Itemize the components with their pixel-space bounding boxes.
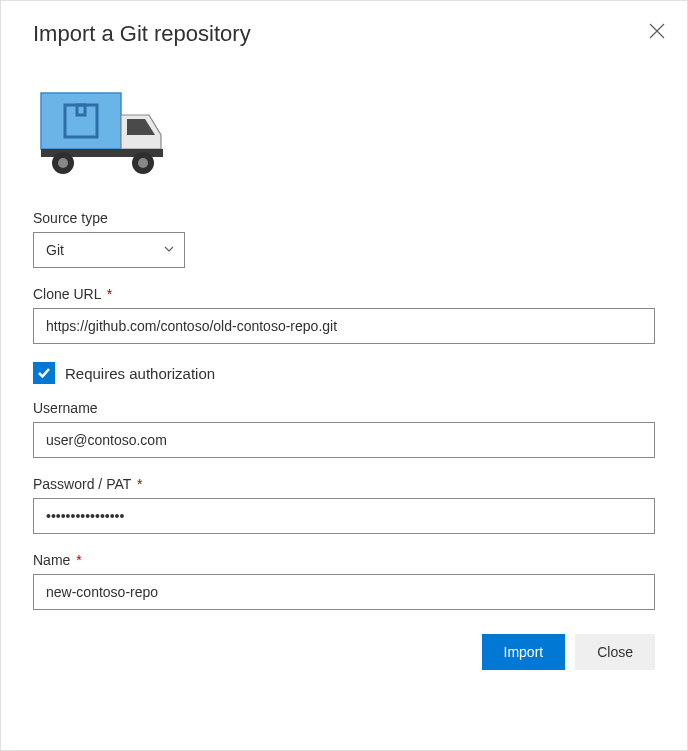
source-type-select[interactable]: Git [33,232,185,268]
close-icon [649,23,665,39]
username-group: Username [33,400,655,458]
truck-illustration [33,87,655,180]
requires-auth-row: Requires authorization [33,362,655,384]
name-group: Name * [33,552,655,610]
dialog-title: Import a Git repository [33,21,251,47]
password-group: Password / PAT * [33,476,655,534]
clone-url-input[interactable] [33,308,655,344]
password-input[interactable] [33,498,655,534]
required-marker: * [107,286,112,302]
username-input[interactable] [33,422,655,458]
requires-auth-label: Requires authorization [65,365,215,382]
requires-auth-checkbox[interactable] [33,362,55,384]
required-marker: * [137,476,142,492]
import-git-repository-dialog: Import a Git repository [0,0,688,751]
svg-rect-2 [41,93,121,149]
clone-url-group: Clone URL * [33,286,655,344]
name-label: Name * [33,552,655,568]
clone-url-label: Clone URL * [33,286,655,302]
password-label: Password / PAT * [33,476,655,492]
svg-point-9 [138,158,148,168]
dialog-footer: Import Close [33,634,655,670]
username-label: Username [33,400,655,416]
required-marker: * [76,552,81,568]
source-type-group: Source type Git [33,210,655,268]
dialog-header: Import a Git repository [33,21,655,47]
close-button[interactable]: Close [575,634,655,670]
import-button[interactable]: Import [482,634,566,670]
source-type-label: Source type [33,210,655,226]
name-input[interactable] [33,574,655,610]
source-type-value: Git [46,242,64,258]
close-icon-button[interactable] [645,19,669,46]
svg-point-7 [58,158,68,168]
checkmark-icon [37,366,51,380]
